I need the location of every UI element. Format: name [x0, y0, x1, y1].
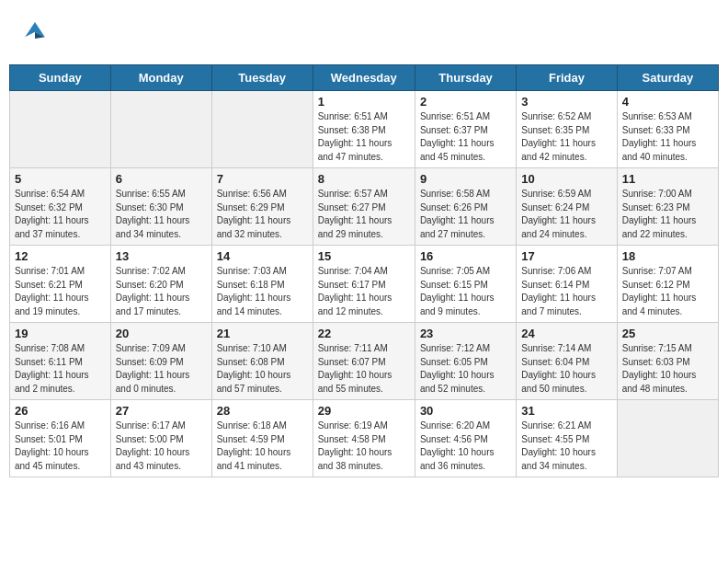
day-number: 20	[116, 327, 207, 340]
day-info: Sunrise: 7:11 AM Sunset: 6:07 PM Dayligh…	[318, 342, 410, 396]
calendar-day-11: 11Sunrise: 7:00 AM Sunset: 6:23 PM Dayli…	[617, 168, 718, 246]
day-info: Sunrise: 6:21 AM Sunset: 4:55 PM Dayligh…	[521, 419, 611, 473]
day-info: Sunrise: 7:15 AM Sunset: 6:03 PM Dayligh…	[622, 342, 713, 396]
day-info: Sunrise: 7:07 AM Sunset: 6:12 PM Dayligh…	[622, 265, 713, 318]
day-number: 18	[622, 249, 713, 263]
day-number: 6	[116, 172, 207, 186]
calendar-day-27: 27Sunrise: 6:17 AM Sunset: 5:00 PM Dayli…	[110, 400, 211, 477]
day-number: 12	[15, 249, 106, 263]
day-info: Sunrise: 6:18 AM Sunset: 4:59 PM Dayligh…	[217, 419, 308, 473]
day-number: 8	[318, 172, 410, 186]
empty-cell	[110, 91, 211, 168]
day-info: Sunrise: 6:51 AM Sunset: 6:37 PM Dayligh…	[420, 110, 511, 164]
day-info: Sunrise: 6:59 AM Sunset: 6:24 PM Dayligh…	[521, 188, 611, 241]
day-info: Sunrise: 6:53 AM Sunset: 6:33 PM Dayligh…	[622, 110, 713, 164]
calendar-week-row: 26Sunrise: 6:16 AM Sunset: 5:01 PM Dayli…	[10, 400, 719, 477]
day-info: Sunrise: 7:08 AM Sunset: 6:11 PM Dayligh…	[15, 342, 106, 396]
calendar-day-8: 8Sunrise: 6:57 AM Sunset: 6:27 PM Daylig…	[313, 168, 415, 246]
calendar-day-1: 1Sunrise: 6:51 AM Sunset: 6:38 PM Daylig…	[313, 91, 415, 168]
weekday-header-saturday: Saturday	[617, 65, 718, 91]
day-number: 13	[116, 249, 207, 263]
day-info: Sunrise: 6:19 AM Sunset: 4:58 PM Dayligh…	[318, 419, 410, 473]
weekday-header-row: SundayMondayTuesdayWednesdayThursdayFrid…	[10, 65, 719, 91]
calendar-day-4: 4Sunrise: 6:53 AM Sunset: 6:33 PM Daylig…	[617, 91, 718, 168]
page-header	[9, 9, 719, 55]
day-info: Sunrise: 6:54 AM Sunset: 6:32 PM Dayligh…	[15, 188, 106, 241]
day-number: 31	[521, 404, 611, 418]
day-number: 17	[521, 249, 611, 263]
logo	[18, 14, 55, 51]
day-number: 27	[116, 404, 207, 418]
day-number: 14	[217, 249, 308, 263]
day-number: 25	[622, 327, 713, 340]
calendar-day-20: 20Sunrise: 7:09 AM Sunset: 6:09 PM Dayli…	[110, 323, 211, 400]
calendar-day-13: 13Sunrise: 7:02 AM Sunset: 6:20 PM Dayli…	[110, 246, 211, 323]
day-info: Sunrise: 7:12 AM Sunset: 6:05 PM Dayligh…	[420, 342, 511, 396]
logo-icon	[18, 14, 51, 51]
day-info: Sunrise: 7:01 AM Sunset: 6:21 PM Dayligh…	[15, 265, 106, 318]
day-info: Sunrise: 7:04 AM Sunset: 6:17 PM Dayligh…	[318, 265, 410, 318]
calendar-day-15: 15Sunrise: 7:04 AM Sunset: 6:17 PM Dayli…	[313, 246, 415, 323]
day-info: Sunrise: 7:09 AM Sunset: 6:09 PM Dayligh…	[116, 342, 207, 396]
calendar-day-12: 12Sunrise: 7:01 AM Sunset: 6:21 PM Dayli…	[10, 246, 111, 323]
day-info: Sunrise: 7:06 AM Sunset: 6:14 PM Dayligh…	[521, 265, 611, 318]
day-info: Sunrise: 7:05 AM Sunset: 6:15 PM Dayligh…	[420, 265, 511, 318]
calendar-day-9: 9Sunrise: 6:58 AM Sunset: 6:26 PM Daylig…	[415, 168, 516, 246]
calendar-day-18: 18Sunrise: 7:07 AM Sunset: 6:12 PM Dayli…	[617, 246, 718, 323]
calendar-day-17: 17Sunrise: 7:06 AM Sunset: 6:14 PM Dayli…	[517, 246, 617, 323]
weekday-header-thursday: Thursday	[415, 65, 516, 91]
day-number: 19	[15, 327, 106, 340]
calendar-day-23: 23Sunrise: 7:12 AM Sunset: 6:05 PM Dayli…	[415, 323, 516, 400]
day-info: Sunrise: 7:14 AM Sunset: 6:04 PM Dayligh…	[521, 342, 611, 396]
day-info: Sunrise: 7:03 AM Sunset: 6:18 PM Dayligh…	[217, 265, 308, 318]
day-info: Sunrise: 7:10 AM Sunset: 6:08 PM Dayligh…	[217, 342, 308, 396]
day-info: Sunrise: 6:52 AM Sunset: 6:35 PM Dayligh…	[521, 110, 611, 164]
calendar-day-22: 22Sunrise: 7:11 AM Sunset: 6:07 PM Dayli…	[313, 323, 415, 400]
calendar-day-2: 2Sunrise: 6:51 AM Sunset: 6:37 PM Daylig…	[415, 91, 516, 168]
day-number: 15	[318, 249, 410, 263]
calendar-day-31: 31Sunrise: 6:21 AM Sunset: 4:55 PM Dayli…	[517, 400, 617, 477]
weekday-header-friday: Friday	[517, 65, 617, 91]
calendar-week-row: 1Sunrise: 6:51 AM Sunset: 6:38 PM Daylig…	[10, 91, 719, 168]
day-number: 24	[521, 327, 611, 340]
day-number: 3	[521, 95, 611, 109]
day-info: Sunrise: 7:00 AM Sunset: 6:23 PM Dayligh…	[622, 188, 713, 241]
day-info: Sunrise: 7:02 AM Sunset: 6:20 PM Dayligh…	[116, 265, 207, 318]
calendar-day-29: 29Sunrise: 6:19 AM Sunset: 4:58 PM Dayli…	[313, 400, 415, 477]
calendar-week-row: 5Sunrise: 6:54 AM Sunset: 6:32 PM Daylig…	[10, 168, 719, 246]
calendar-day-30: 30Sunrise: 6:20 AM Sunset: 4:56 PM Dayli…	[415, 400, 516, 477]
day-number: 21	[217, 327, 308, 340]
calendar-day-10: 10Sunrise: 6:59 AM Sunset: 6:24 PM Dayli…	[517, 168, 617, 246]
day-number: 7	[217, 172, 308, 186]
day-number: 2	[420, 95, 511, 109]
day-number: 26	[15, 404, 106, 418]
empty-cell	[211, 91, 313, 168]
day-info: Sunrise: 6:56 AM Sunset: 6:29 PM Dayligh…	[217, 188, 308, 241]
calendar-table: SundayMondayTuesdayWednesdayThursdayFrid…	[9, 64, 719, 477]
day-info: Sunrise: 6:57 AM Sunset: 6:27 PM Dayligh…	[318, 188, 410, 241]
day-number: 11	[622, 172, 713, 186]
day-number: 4	[622, 95, 713, 109]
day-info: Sunrise: 6:16 AM Sunset: 5:01 PM Dayligh…	[15, 419, 106, 473]
day-number: 22	[318, 327, 410, 340]
calendar-day-25: 25Sunrise: 7:15 AM Sunset: 6:03 PM Dayli…	[617, 323, 718, 400]
day-number: 1	[318, 95, 410, 109]
day-info: Sunrise: 6:51 AM Sunset: 6:38 PM Dayligh…	[318, 110, 410, 164]
day-number: 23	[420, 327, 511, 340]
day-number: 16	[420, 249, 511, 263]
empty-cell	[617, 400, 718, 477]
day-number: 30	[420, 404, 511, 418]
calendar-day-14: 14Sunrise: 7:03 AM Sunset: 6:18 PM Dayli…	[211, 246, 313, 323]
weekday-header-tuesday: Tuesday	[211, 65, 313, 91]
calendar-day-3: 3Sunrise: 6:52 AM Sunset: 6:35 PM Daylig…	[517, 91, 617, 168]
calendar-day-26: 26Sunrise: 6:16 AM Sunset: 5:01 PM Dayli…	[10, 400, 111, 477]
weekday-header-sunday: Sunday	[10, 65, 111, 91]
calendar-day-7: 7Sunrise: 6:56 AM Sunset: 6:29 PM Daylig…	[211, 168, 313, 246]
calendar-day-28: 28Sunrise: 6:18 AM Sunset: 4:59 PM Dayli…	[211, 400, 313, 477]
day-info: Sunrise: 6:58 AM Sunset: 6:26 PM Dayligh…	[420, 188, 511, 241]
calendar-day-24: 24Sunrise: 7:14 AM Sunset: 6:04 PM Dayli…	[517, 323, 617, 400]
day-info: Sunrise: 6:55 AM Sunset: 6:30 PM Dayligh…	[116, 188, 207, 241]
calendar-day-5: 5Sunrise: 6:54 AM Sunset: 6:32 PM Daylig…	[10, 168, 111, 246]
day-number: 5	[15, 172, 106, 186]
day-number: 9	[420, 172, 511, 186]
